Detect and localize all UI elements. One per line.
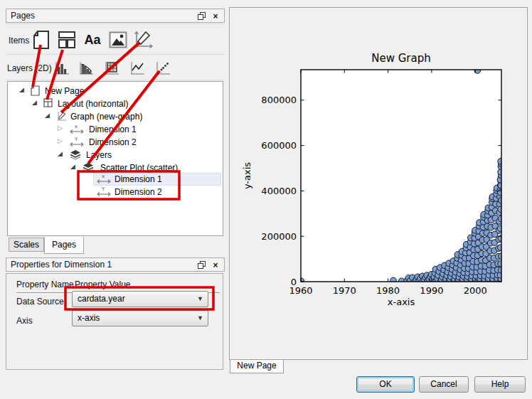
property-label-axis: Axis	[16, 313, 33, 329]
float-icon	[197, 11, 206, 21]
pages-dock-titlebar: Pages ×	[6, 9, 225, 23]
x-axis-label: x-axis	[388, 297, 415, 307]
tree-item-label: Graph (new-graph)	[70, 112, 142, 122]
axis-combobox[interactable]: x-axis ▼	[72, 310, 208, 326]
tree-item-scatter-dimension-1[interactable]: x Dimension 1	[8, 173, 223, 186]
svg-text:Y: Y	[101, 186, 105, 192]
tree-item-layout[interactable]: ◢ Layout (horizontal)	[8, 97, 223, 110]
add-layout-button[interactable]	[57, 29, 77, 50]
expander-expanded-icon[interactable]: ◢	[58, 150, 63, 157]
tree-item-label: Layers	[86, 150, 112, 160]
y-tick-label: 200000	[261, 231, 297, 242]
layout-icon	[58, 31, 76, 49]
x-tick-label: 1970	[333, 285, 356, 296]
float-dock-icon[interactable]	[196, 260, 207, 270]
y-tick-label: 600000	[261, 140, 297, 151]
layers-icon	[83, 162, 94, 174]
data-source-combobox[interactable]: cardata.year ▼	[72, 291, 208, 307]
svg-text:x: x	[102, 174, 105, 179]
tree-item-label: New Page	[45, 86, 84, 96]
tree-item-label: Dimension 2	[115, 187, 162, 197]
tree-item-label: Dimension 1	[89, 124, 137, 134]
image-icon	[109, 31, 127, 48]
svg-text:Y: Y	[74, 137, 78, 142]
add-scatter-plot-button[interactable]	[154, 59, 172, 78]
x-tick-label: 1990	[420, 285, 443, 296]
tree-item-label: Dimension 1	[115, 174, 162, 184]
y-axis-label: y-axis	[242, 162, 252, 189]
properties-dock-titlebar: Properties for Dimension 1 ×	[6, 257, 225, 272]
plot-canvas-panel: 1960197019801990200002000004000006000008…	[229, 7, 528, 360]
svg-text:x: x	[75, 124, 78, 129]
expander-collapsed-icon[interactable]: ▷	[58, 124, 63, 132]
graph-canvas[interactable]: 1960197019801990200002000004000006000008…	[230, 9, 526, 358]
layout-icon	[43, 98, 53, 107]
ok-button[interactable]: OK	[356, 376, 415, 393]
help-button[interactable]: Help	[474, 376, 526, 393]
chevron-down-icon: ▼	[197, 311, 203, 326]
add-image-button[interactable]	[108, 31, 128, 49]
tree-item-label: Layout (horizontal)	[58, 99, 128, 109]
tree-item-dimension-1[interactable]: ▷ x Dimension 1	[8, 123, 223, 136]
tab-label: Scales	[14, 240, 39, 250]
close-dock-icon[interactable]: ×	[210, 260, 221, 270]
image-plot-icon	[103, 60, 120, 77]
tree-item-new-page[interactable]: ◢ New Page	[8, 85, 223, 97]
x-tick-label: 2000	[464, 285, 487, 296]
y-tick-label: 400000	[261, 186, 297, 196]
text-icon: Aa	[84, 33, 100, 48]
tab-pages[interactable]: Pages	[44, 237, 84, 254]
add-graph-button[interactable]	[132, 28, 154, 51]
y-tick-label: 800000	[261, 95, 297, 105]
axis-value: x-axis	[78, 313, 100, 323]
add-page-button[interactable]	[31, 29, 51, 50]
add-bar-chart-button[interactable]	[53, 59, 71, 78]
graph-pencil-icon	[132, 29, 154, 50]
help-button-label: Help	[491, 379, 509, 389]
expander-collapsed-icon[interactable]: ▷	[58, 137, 63, 144]
dialog-window: Pages × Items Aa	[0, 0, 532, 399]
add-line-plot-button[interactable]	[128, 59, 147, 78]
float-icon	[197, 260, 206, 270]
expander-expanded-icon[interactable]: ◢	[70, 163, 75, 170]
column-header-name: Property Name	[16, 280, 74, 289]
tree-item-layers[interactable]: ◢ Layers	[8, 149, 223, 161]
histogram-icon	[78, 60, 95, 77]
tree-item-label: Dimension 2	[89, 137, 137, 147]
tree-item-scatter-dimension-2[interactable]: Y Dimension 2	[8, 186, 223, 198]
y-tick-label: 0	[291, 277, 297, 287]
chevron-down-icon: ▼	[197, 292, 203, 307]
pages-dock-title: Pages	[11, 11, 35, 21]
x-dimension-icon: x	[69, 124, 85, 134]
page-icon	[31, 85, 40, 96]
add-text-button[interactable]: Aa	[81, 31, 104, 49]
expander-expanded-icon[interactable]: ◢	[32, 99, 37, 106]
property-label-data-source: Data Source	[16, 294, 64, 310]
x-dimension-icon: x	[96, 174, 112, 184]
float-dock-icon[interactable]	[196, 11, 207, 21]
expander-expanded-icon[interactable]: ◢	[45, 112, 50, 119]
tab-label: Pages	[52, 240, 76, 250]
chart-title: New Graph	[371, 52, 431, 65]
line-plot-icon	[129, 60, 146, 77]
bar-chart-icon	[53, 60, 70, 77]
y-dimension-icon: Y	[96, 186, 112, 197]
tree-item-graph[interactable]: ◢ Graph (new-graph)	[8, 110, 223, 123]
page-icon	[32, 30, 50, 50]
ok-button-label: OK	[379, 379, 391, 389]
cancel-button[interactable]: Cancel	[419, 376, 469, 393]
layers-icon	[70, 149, 81, 161]
data-source-value: cardata.year	[78, 294, 125, 304]
tab-scales[interactable]: Scales	[9, 238, 44, 252]
column-header-value: Property Value	[75, 280, 131, 289]
add-image-plot-button[interactable]	[102, 59, 121, 78]
properties-dock-title: Properties for Dimension 1	[11, 260, 112, 270]
page-tree: ◢ New Page ◢ Layout (horizontal) ◢ Graph…	[7, 81, 223, 236]
add-histogram-button[interactable]	[77, 59, 95, 78]
canvas-page-tab[interactable]: New Page	[230, 360, 284, 373]
expander-expanded-icon[interactable]: ◢	[19, 86, 24, 93]
close-dock-icon[interactable]: ×	[210, 11, 221, 21]
x-tick-label: 1980	[376, 285, 400, 296]
properties-panel: Property Name Property Value Data Source…	[6, 273, 223, 370]
tree-item-dimension-2[interactable]: ▷ Y Dimension 2	[8, 136, 223, 149]
